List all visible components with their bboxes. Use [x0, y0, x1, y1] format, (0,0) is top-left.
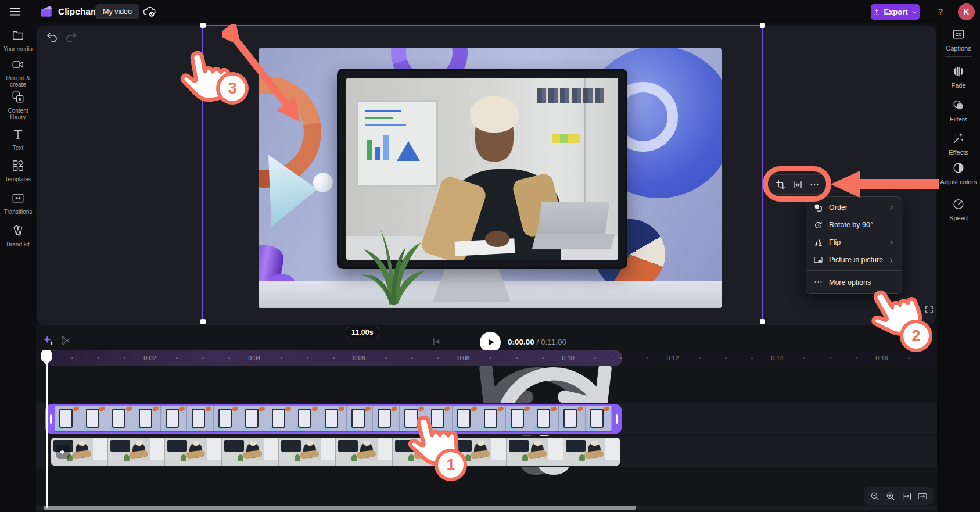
crop-icon[interactable] — [776, 180, 786, 190]
svg-text:CC: CC — [955, 32, 962, 37]
sparkle-icon[interactable] — [42, 334, 55, 347]
timeline-scrollbar-thumb[interactable] — [44, 506, 636, 510]
menu-item-rotate-by-90-[interactable]: Rotate by 90° — [806, 216, 902, 234]
undo-icon[interactable] — [45, 30, 59, 44]
ellipsis-icon — [813, 277, 823, 287]
adjust-colors-icon — [952, 162, 965, 174]
selection-handle-top-right[interactable] — [760, 23, 765, 28]
overlay-video-clip[interactable] — [45, 404, 622, 434]
panel-tab-label: Captions — [937, 45, 980, 52]
ruler-tick-dot — [830, 357, 831, 359]
filmstrip-frame — [293, 406, 320, 432]
play-button[interactable] — [480, 332, 501, 353]
chevron-down-icon — [911, 9, 918, 16]
pip-icon — [813, 255, 823, 265]
selection-handle-bottom-left[interactable] — [200, 319, 206, 324]
sidebar-item-templates[interactable]: Templates — [0, 159, 36, 182]
playhead[interactable] — [41, 350, 52, 362]
panel-tab-fade[interactable]: Fade — [937, 65, 980, 89]
fit-width-icon[interactable] — [902, 491, 912, 502]
clipchamp-logo-icon — [38, 4, 53, 19]
cloud-sync-icon[interactable] — [142, 5, 156, 19]
fullscreen-icon[interactable] — [924, 305, 934, 314]
redo-icon[interactable] — [64, 30, 78, 44]
menu-item-flip[interactable]: Flip — [806, 234, 902, 251]
ruler-tick-dot — [803, 357, 805, 359]
panel-tab-speed[interactable]: Speed — [937, 198, 980, 221]
sidebar-item-your-media[interactable]: Your media — [0, 29, 36, 52]
zoom-out-icon[interactable] — [870, 491, 880, 502]
panel-tab-captions[interactable]: CCCaptions — [937, 28, 980, 52]
trim-handle-right[interactable] — [612, 406, 620, 432]
ruler-tick-dot — [490, 357, 491, 359]
menu-item-more-options[interactable]: More options — [806, 273, 902, 292]
panel-tab-effects[interactable]: Effects — [937, 132, 980, 156]
camera-icon — [12, 58, 24, 71]
zoom-in-icon[interactable] — [885, 491, 896, 502]
ruler-label: 0:10 — [562, 350, 574, 366]
project-tab[interactable]: My video — [95, 4, 139, 19]
selection-left-edge — [202, 25, 203, 323]
sidebar-item-text[interactable]: Text — [0, 128, 36, 151]
sidebar-item-record-create[interactable]: Record & create — [0, 58, 36, 88]
ruler-label: 0:14 — [771, 350, 783, 366]
video-preview[interactable] — [259, 48, 722, 308]
filmstrip-frame — [279, 438, 336, 466]
ruler-tick-dot — [281, 357, 282, 359]
timeline-panel: 5 5 0:00.00 / 0:11.00 0:020:040:060:080:… — [36, 325, 937, 512]
filmstrip-frame — [453, 406, 479, 432]
skip-to-start-icon[interactable] — [431, 336, 441, 347]
filmstrip-frame — [108, 438, 165, 466]
ruler-tick-dot — [176, 357, 178, 359]
selection-right-edge — [762, 25, 763, 323]
time-display: 0:00.00 / 0:11.00 — [508, 332, 566, 353]
timeline-ruler[interactable]: 0:020:040:060:080:100:120:140:16 — [36, 350, 937, 366]
current-time: 0:00.00 — [508, 338, 534, 346]
ruler-tick-dot — [98, 357, 99, 359]
text-icon — [12, 128, 24, 141]
filmstrip-frame — [373, 406, 400, 432]
play-icon — [484, 336, 497, 349]
sidebar-item-label: Content library — [0, 108, 36, 120]
menu-item-order[interactable]: Order — [806, 199, 902, 216]
filmstrip-frame — [532, 406, 559, 432]
avatar[interactable]: K — [958, 3, 975, 20]
filmstrip-frame — [187, 406, 214, 432]
filmstrip-frame — [81, 406, 108, 432]
export-button[interactable]: Export — [871, 4, 920, 20]
fade-icon — [952, 65, 965, 78]
menu-item-label: More options — [829, 278, 896, 287]
whiteboard — [357, 100, 438, 187]
menu-item-picture-in-picture[interactable]: Picture in picture — [806, 251, 902, 268]
sidebar-item-content-library[interactable]: Content library — [0, 91, 36, 120]
selection-handle-bottom-right[interactable] — [760, 319, 765, 324]
panel-tab-label: Speed — [937, 214, 980, 221]
sidebar-item-transitions[interactable]: Transitions — [0, 192, 36, 215]
overlay-clip-filmstrip — [55, 406, 612, 432]
fit-icon[interactable] — [792, 180, 803, 190]
trim-handle-left[interactable] — [46, 406, 55, 432]
sidebar-item-brand-kit[interactable]: Brand kit — [0, 224, 36, 248]
selection-handle-top-left[interactable] — [200, 23, 206, 28]
sticky-notes — [552, 134, 580, 143]
effects-icon — [952, 132, 965, 145]
captions-icon: CC — [952, 28, 965, 41]
export-label: Export — [884, 8, 907, 16]
filmstrip-frame — [400, 406, 426, 432]
menu-icon[interactable] — [8, 5, 22, 18]
zoom-fit-icon[interactable] — [917, 491, 928, 502]
ellipsis-icon[interactable] — [809, 180, 820, 190]
main-video-clip[interactable] — [51, 438, 620, 466]
ruler-tick-dot — [228, 357, 230, 359]
clip-toolbar — [769, 174, 827, 195]
scissors-icon[interactable] — [60, 335, 72, 346]
help-button[interactable]: ? — [934, 0, 947, 23]
filmstrip-frame — [320, 406, 347, 432]
panel-tab-filters[interactable]: Filters — [937, 99, 980, 123]
ruler-tick-dot — [411, 357, 413, 359]
filmstrip-frame — [586, 406, 612, 432]
ruler-tick-dot — [620, 357, 622, 359]
sidebar-item-label: Transitions — [0, 209, 36, 215]
laptop — [537, 202, 610, 238]
panel-tab-adjust-colors[interactable]: Adjust colors — [937, 162, 980, 185]
